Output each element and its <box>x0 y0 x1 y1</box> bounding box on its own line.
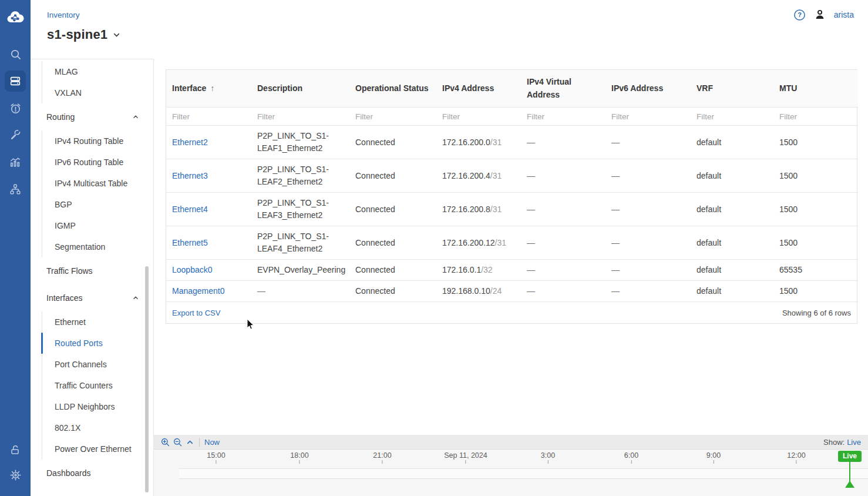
sidebar-item-vxlan[interactable]: VXLAN <box>31 82 153 103</box>
sidebar-item-802-1x[interactable]: 802.1X <box>31 417 153 438</box>
sidebar-item-label: IPv6 Routing Table <box>55 157 123 167</box>
interface-link[interactable]: Ethernet2 <box>172 138 208 147</box>
show-live-link[interactable]: Live <box>847 438 861 447</box>
mtu-cell: 65535 <box>773 260 858 281</box>
filter-input-description[interactable] <box>257 112 344 121</box>
sidebar-item-label: BGP <box>55 200 72 209</box>
help-icon[interactable]: ? <box>793 9 806 21</box>
ipv4-address-cell: 172.16.0.1/32 <box>436 260 521 281</box>
live-marker-pointer <box>845 481 854 488</box>
sidebar-item-traffic-counters[interactable]: Traffic Counters <box>31 375 153 396</box>
column-header-description[interactable]: Description <box>251 70 349 108</box>
export-csv-link[interactable]: Export to CSV <box>172 309 220 317</box>
interface-link[interactable]: Ethernet5 <box>172 238 208 247</box>
sidebar-scrollbar[interactable] <box>145 266 149 492</box>
sidebar-item-label: MLAG <box>55 67 78 76</box>
table-row[interactable]: Ethernet2P2P_LINK_TO_S1-LEAF1_Ethernet2C… <box>166 126 858 159</box>
mtu-cell: 1500 <box>773 159 858 193</box>
sidebar-item-label: Routing <box>46 112 75 122</box>
filter-input-ipv4-virtual-address[interactable] <box>527 112 600 121</box>
cloudvision-logo[interactable] <box>5 9 26 27</box>
topology-icon[interactable] <box>5 179 26 200</box>
column-header-mtu[interactable]: MTU <box>773 70 858 108</box>
lock-icon[interactable] <box>5 440 26 461</box>
sidebar-item-mlag[interactable]: MLAG <box>31 61 153 82</box>
sidebar-item-interfaces[interactable]: Interfaces <box>31 284 153 311</box>
column-header-ipv4-virtual-address[interactable]: IPv4 Virtual Address <box>521 70 605 108</box>
sidebar-item-routed-ports[interactable]: Routed Ports <box>31 333 153 354</box>
column-header-ipv4-address[interactable]: IPv4 Address <box>436 70 521 108</box>
metrics-icon[interactable] <box>5 152 26 173</box>
breadcrumb-inventory[interactable]: Inventory <box>47 11 80 19</box>
column-header-ipv6-address[interactable]: IPv6 Address <box>605 70 691 108</box>
interface-link[interactable]: Ethernet4 <box>172 205 208 214</box>
sidebar-item-power-over-ethernet[interactable]: Power Over Ethernet <box>31 438 153 460</box>
interface-cell: Ethernet3 <box>166 159 251 193</box>
username[interactable]: arista <box>834 10 854 19</box>
provisioning-icon[interactable] <box>5 125 26 146</box>
sidebar-item-ethernet[interactable]: Ethernet <box>31 311 153 333</box>
sidebar-item-ipv6-routing-table[interactable]: IPv6 Routing Table <box>31 152 153 173</box>
vrf-cell: default <box>691 193 773 226</box>
table-row[interactable]: Ethernet3P2P_LINK_TO_S1-LEAF2_Ethernet2C… <box>166 159 858 193</box>
page-header: Inventory s1-spine1 ? arista <box>31 0 868 59</box>
operational-status-cell: Connected <box>349 159 436 193</box>
filter-input-ipv4-address[interactable] <box>442 112 515 121</box>
app-icon-rail <box>0 0 31 496</box>
sort-ascending-icon: ↑ <box>210 83 214 93</box>
column-label: Description <box>257 83 302 93</box>
timeline-zoom-out-icon[interactable] <box>171 436 184 448</box>
search-icon[interactable] <box>5 43 26 65</box>
sidebar-item-routing[interactable]: Routing <box>31 103 153 130</box>
chevron-up-icon[interactable] <box>132 113 139 120</box>
filter-input-vrf[interactable] <box>697 112 768 121</box>
mtu-cell: 1500 <box>773 193 858 226</box>
table-row[interactable]: Ethernet5P2P_LINK_TO_S1-LEAF4_Ethernet2C… <box>166 226 858 260</box>
sidebar-item-igmp[interactable]: IGMP <box>31 215 153 236</box>
chevron-down-icon[interactable] <box>112 31 121 42</box>
events-icon[interactable] <box>5 98 26 119</box>
sidebar-item-label: Routed Ports <box>55 339 103 348</box>
timeline-tick: 18:00 <box>290 451 308 464</box>
sidebar-item-lldp-neighbors[interactable]: LLDP Neighbors <box>31 396 153 417</box>
vrf-cell: default <box>691 226 773 260</box>
sidebar-item-port-channels[interactable]: Port Channels <box>31 354 153 375</box>
timeline-tick: 9:00 <box>706 451 721 464</box>
chevron-up-icon[interactable] <box>132 294 139 301</box>
table-footer: Export to CSV Showing 6 of 6 rows <box>166 302 857 323</box>
column-header-operational-status[interactable]: Operational Status <box>349 70 436 108</box>
sidebar-item-bgp[interactable]: BGP <box>31 194 153 215</box>
filter-input-mtu[interactable] <box>779 112 852 121</box>
table-row[interactable]: Loopback0EVPN_Overlay_PeeringConnected17… <box>166 260 858 281</box>
table-row[interactable]: Management0—Connected192.168.0.10/24——de… <box>166 281 858 302</box>
interface-link[interactable]: Loopback0 <box>172 265 213 274</box>
devices-icon[interactable] <box>5 71 26 92</box>
timeline-track[interactable]: 15:0018:0021:00Sep 11, 20243:006:009:001… <box>154 450 868 496</box>
filter-input-interface[interactable] <box>172 112 245 121</box>
interface-link[interactable]: Ethernet3 <box>172 171 208 180</box>
ipv4-prefix: /24 <box>490 286 502 296</box>
tick-label: 15:00 <box>207 451 225 460</box>
table-row[interactable]: Ethernet4P2P_LINK_TO_S1-LEAF3_Ethernet2C… <box>166 193 858 226</box>
sidebar-item-label: Port Channels <box>55 360 107 369</box>
operational-status-cell: Connected <box>349 260 436 281</box>
filter-input-ipv6-address[interactable] <box>611 112 685 121</box>
sidebar-item-traffic-flows[interactable]: Traffic Flows <box>31 257 153 284</box>
settings-gear-icon[interactable] <box>5 464 26 485</box>
sidebar-item-ipv4-multicast-table[interactable]: IPv4 Multicast Table <box>31 173 153 194</box>
user-avatar-icon[interactable] <box>813 8 826 21</box>
timeline-zoom-in-icon[interactable] <box>159 436 171 448</box>
filter-input-operational-status[interactable] <box>355 112 430 121</box>
sidebar-item-ipv4-routing-table[interactable]: IPv4 Routing Table <box>31 130 153 152</box>
now-button[interactable]: Now <box>204 438 220 447</box>
column-header-interface[interactable]: Interface↑ <box>166 70 251 108</box>
sidebar-item-dashboards[interactable]: Dashboards <box>31 460 153 487</box>
description-cell: P2P_LINK_TO_S1-LEAF1_Ethernet2 <box>251 126 349 159</box>
ipv4-prefix: /32 <box>481 265 492 274</box>
ipv6-address-cell: — <box>605 281 691 302</box>
sidebar-item-segmentation[interactable]: Segmentation <box>31 236 153 257</box>
column-header-vrf[interactable]: VRF <box>691 70 773 108</box>
timeline-collapse-icon[interactable] <box>184 436 196 448</box>
live-marker[interactable]: Live <box>838 451 862 462</box>
interface-link[interactable]: Management0 <box>172 286 225 296</box>
